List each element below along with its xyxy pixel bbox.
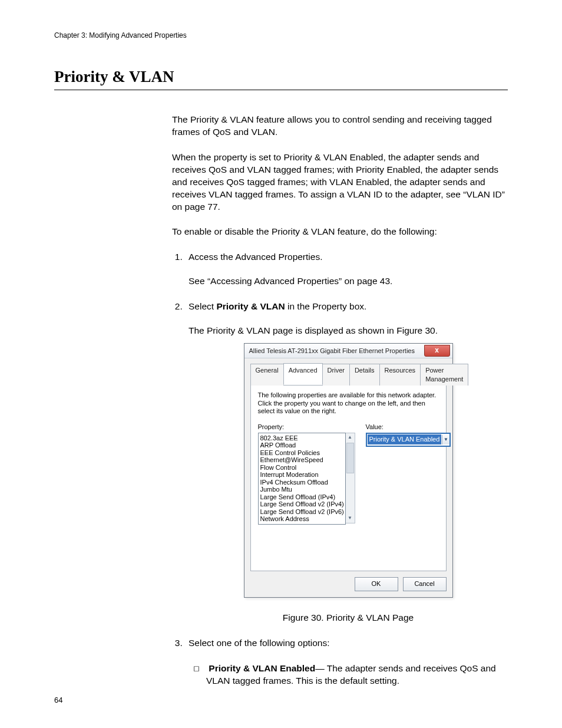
list-item[interactable]: Interrupt Moderation xyxy=(260,471,345,479)
list-item[interactable]: 802.3az EEE xyxy=(260,434,345,442)
step-3: Select one of the following options: Pri… xyxy=(185,637,508,687)
section-title: Priority & VLAN xyxy=(54,68,508,90)
list-item[interactable]: Large Send Offload v2 (IPv6) xyxy=(260,508,345,516)
paragraph-intro-2: When the property is set to Priority & V… xyxy=(172,151,508,213)
list-item[interactable]: NS Offload xyxy=(260,523,345,525)
tab-power-management[interactable]: Power Management xyxy=(420,364,468,386)
tab-details[interactable]: Details xyxy=(349,364,380,386)
chevron-down-icon[interactable]: ▼ xyxy=(442,435,449,444)
cancel-button[interactable]: Cancel xyxy=(403,577,447,591)
step-1: Access the Advanced Properties. See “Acc… xyxy=(185,251,508,288)
list-item[interactable]: ARP Offload xyxy=(260,442,345,449)
step-3-text: Select one of the following options: xyxy=(189,638,330,648)
step-2-sub: The Priority & VLAN page is displayed as… xyxy=(189,325,508,337)
tab-strip: General Advanced Driver Details Resource… xyxy=(250,363,447,386)
scroll-up-icon[interactable]: ▲ xyxy=(346,433,355,442)
list-item[interactable]: Ethernet@WireSpeed xyxy=(260,456,345,464)
chapter-header: Chapter 3: Modifying Advanced Properties xyxy=(54,31,508,39)
list-item[interactable]: EEE Control Policies xyxy=(260,449,345,457)
ok-button[interactable]: OK xyxy=(355,577,398,591)
step-2-bold: Priority & VLAN xyxy=(216,301,285,311)
tab-general[interactable]: General xyxy=(250,364,284,386)
close-button[interactable]: x xyxy=(424,345,450,357)
paragraph-intro-3: To enable or disable the Priority & VLAN… xyxy=(172,226,508,238)
label-value: Value: xyxy=(366,423,451,431)
list-item[interactable]: Flow Control xyxy=(260,464,345,472)
listbox-scrollbar[interactable]: ▲ ▼ xyxy=(346,433,355,523)
step-1-text: Access the Advanced Properties. xyxy=(189,252,322,262)
paragraph-intro-1: The Priority & VLAN feature allows you t… xyxy=(172,114,508,139)
list-item[interactable]: Network Address xyxy=(260,515,345,523)
list-item[interactable]: IPv4 Checksum Offload xyxy=(260,479,345,486)
page-number: 64 xyxy=(54,696,62,704)
dialog-title: Allied Telesis AT-2911xx Gigabit Fiber E… xyxy=(249,347,415,354)
step-2-prefix: Select xyxy=(189,301,216,311)
property-listbox[interactable]: 802.3az EEE ARP Offload EEE Control Poli… xyxy=(258,433,346,525)
scroll-down-icon[interactable]: ▼ xyxy=(346,514,355,523)
step-2-suffix: in the Property box. xyxy=(285,301,367,311)
list-item[interactable]: Large Send Offload v2 (IPv4) xyxy=(260,500,345,508)
label-property: Property: xyxy=(258,423,355,431)
tab-advanced[interactable]: Advanced xyxy=(283,363,323,385)
scroll-thumb[interactable] xyxy=(346,443,354,473)
step-2: Select Priority & VLAN in the Property b… xyxy=(185,301,508,624)
value-dropdown-text: Priority & VLAN Enabled xyxy=(368,434,442,444)
properties-dialog: Allied Telesis AT-2911xx Gigabit Fiber E… xyxy=(244,343,453,598)
step-3-option-bold: Priority & VLAN Enabled xyxy=(209,663,315,673)
tab-resources[interactable]: Resources xyxy=(379,364,421,386)
list-item[interactable]: Jumbo Mtu xyxy=(260,486,345,493)
list-item[interactable]: Large Send Offload (IPv4) xyxy=(260,493,345,501)
tab-driver[interactable]: Driver xyxy=(322,364,350,386)
step-3-option-1: Priority & VLAN Enabled— The adapter sen… xyxy=(206,663,508,687)
step-1-sub: See “Accessing Advanced Properties” on p… xyxy=(189,275,508,288)
dialog-titlebar: Allied Telesis AT-2911xx Gigabit Fiber E… xyxy=(244,344,452,358)
tab-panel-advanced: The following properties are available f… xyxy=(250,386,447,571)
figure-caption: Figure 30. Priority & VLAN Page xyxy=(189,612,508,624)
value-dropdown[interactable]: Priority & VLAN Enabled ▼ xyxy=(366,433,451,447)
dialog-help-text: The following properties are available f… xyxy=(258,391,439,416)
